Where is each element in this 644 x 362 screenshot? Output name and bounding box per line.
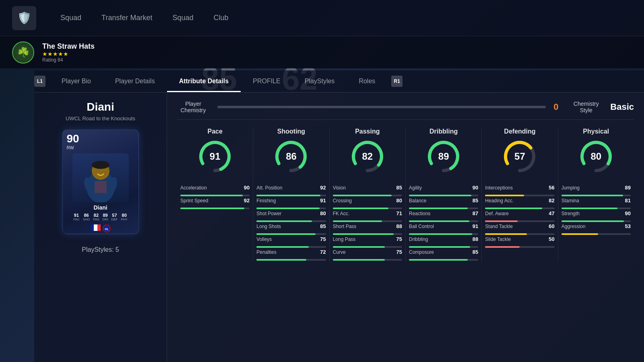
attr-att-position: Att. Position 92 — [256, 185, 326, 191]
card-stat-dri: 89 DRI — [103, 213, 108, 221]
svg-rect-6 — [91, 224, 94, 231]
player-name-title: Diani — [87, 101, 114, 113]
tab-profile[interactable]: PROFILE — [241, 70, 292, 92]
attr-crossing: Crossing 80 — [333, 197, 402, 204]
attr-balance: Balance 85 — [409, 197, 478, 204]
attr-acceleration-fill — [180, 195, 243, 196]
attr-curve: Curve 75 — [333, 249, 402, 255]
card-stat-sho: 86 SHO — [83, 213, 90, 221]
player-panel: Diani UWCL Road to the Knockouts 90 RW — [34, 93, 167, 362]
dribbling-header: Dribbling 89 — [409, 128, 478, 179]
passing-score: 82 — [362, 151, 373, 162]
team-rating: Rating 84 — [42, 57, 95, 63]
card-stat-def: 57 DEF — [111, 213, 118, 221]
r1-badge: R1 — [391, 76, 402, 87]
nav-transfer-market[interactable]: Transfer Market — [101, 14, 152, 22]
attr-reactions: Reactions 87 — [409, 210, 478, 216]
shooting-gauge: 86 — [273, 138, 309, 175]
physical-header: Physical 80 — [561, 128, 631, 179]
tab-bar: L1 Player Bio Player Details Attribute D… — [34, 70, 644, 93]
defending-header: Defending 57 — [485, 128, 554, 179]
attr-aggression: Aggression 53 — [561, 223, 631, 229]
attr-penalties: Penalties 72 — [256, 249, 326, 255]
playstyles-count: PlayStyles: 5 — [82, 246, 119, 253]
passing-gauge: 82 — [349, 138, 386, 175]
attributes-panel: Player Chemistry 0 Chemistry Style Basic… — [167, 93, 644, 362]
attr-vision: Vision 85 — [333, 185, 402, 191]
tab-player-details[interactable]: Player Details — [103, 70, 167, 92]
club-badge: 🛡️ — [12, 6, 36, 30]
attr-acceleration: Acceleration 90 — [180, 185, 250, 191]
player-chemistry-label: Player Chemistry — [177, 101, 209, 113]
attr-long-shots-bar — [256, 233, 326, 235]
france-flag — [91, 224, 101, 231]
team-stars: ★★★★★ — [42, 51, 95, 57]
shooting-score: 86 — [286, 151, 297, 162]
team-logo: ☘️ — [12, 41, 34, 64]
attr-stand-tackle: Stand Tackle 60 — [485, 223, 554, 229]
attr-volleys-bar — [256, 246, 326, 248]
category-defending: Defending 57 Interceptions 56 — [482, 128, 558, 262]
card-stat-phy: 80 PHY — [121, 213, 127, 221]
attr-acceleration-bar — [180, 195, 250, 196]
svg-point-2 — [92, 161, 109, 169]
l1-badge: L1 — [34, 76, 45, 87]
attr-shot-power: Shot Power 80 — [256, 210, 326, 216]
category-passing: Passing 82 Vision 85 — [330, 128, 406, 262]
player-subtitle: UWCL Road to the Knockouts — [66, 115, 135, 121]
ol-badge: OL — [103, 224, 111, 232]
attr-volleys: Volleys 75 — [256, 236, 326, 242]
team-name: The Straw Hats — [42, 42, 95, 51]
nav-items: Squad Transfer Market Squad Club — [60, 14, 229, 22]
attr-long-shots: Long Shots 85 — [256, 223, 326, 229]
svg-rect-3 — [95, 181, 107, 193]
chemistry-style-value: Basic — [610, 102, 634, 112]
attr-att-bar — [256, 195, 326, 196]
nav-squad[interactable]: Squad — [60, 14, 81, 22]
nav-squad2[interactable]: Squad — [172, 14, 193, 22]
tab-attribute-details[interactable]: Attribute Details — [167, 70, 241, 92]
physical-score: 80 — [590, 151, 601, 162]
physical-gauge: 80 — [578, 138, 614, 175]
nav-club[interactable]: Club — [214, 14, 229, 22]
card-player-name: Diani — [93, 204, 107, 211]
attr-interceptions: Interceptions 56 — [485, 185, 554, 191]
card-player-image — [72, 153, 129, 202]
dribbling-score: 89 — [438, 151, 449, 162]
pace-header: Pace 91 — [180, 128, 250, 179]
pace-score: 91 — [210, 151, 221, 162]
attr-def-aware: Def. Aware 47 — [485, 210, 554, 216]
attr-finishing: Finishing 91 — [256, 197, 326, 204]
pace-gauge: 91 — [197, 138, 233, 175]
dribbling-label: Dribbling — [429, 128, 458, 135]
svg-rect-8 — [97, 224, 101, 231]
defending-gauge: 57 — [502, 138, 538, 175]
chemistry-slider-container: 0 — [217, 102, 562, 112]
card-stats: 91 PAC 86 SHO 82 PAS 89 DRI 57 DEF — [63, 211, 138, 223]
attr-sprint-bar — [180, 208, 250, 209]
player-illustration — [74, 153, 127, 202]
card-stat-pas: 82 PAS — [93, 213, 99, 221]
attr-finishing-bar — [256, 208, 326, 209]
defending-label: Defending — [504, 128, 535, 135]
chemistry-bar: Player Chemistry 0 Chemistry Style Basic — [177, 101, 634, 120]
attr-ball-control: Ball Control 91 — [409, 223, 478, 229]
tab-playstyles[interactable]: PlayStyles — [293, 70, 347, 92]
attr-fk-acc: FK Acc. 71 — [333, 210, 402, 216]
attr-penalties-bar — [256, 259, 326, 261]
category-pace: Pace 91 Acceleration 90 — [177, 128, 253, 262]
card-rating: 90 — [67, 133, 79, 144]
tab-roles[interactable]: Roles — [347, 70, 387, 92]
chemistry-track[interactable] — [217, 106, 546, 108]
svg-text:OL: OL — [105, 228, 109, 230]
category-physical: Physical 80 Jumping 89 — [558, 128, 634, 262]
attr-strength: Strength 90 — [561, 210, 631, 216]
attr-stamina: Stamina 81 — [561, 197, 631, 204]
attr-sprint-fill — [180, 208, 244, 209]
squad-bar: ☘️ The Straw Hats ★★★★★ Rating 84 — [0, 36, 644, 68]
category-dribbling: Dribbling 89 Agility 90 — [406, 128, 482, 262]
svg-rect-7 — [94, 224, 97, 231]
player-card: 90 RW — [62, 130, 139, 234]
tab-player-bio[interactable]: Player Bio — [50, 70, 103, 92]
attr-dribbling-stat: Dribbling 88 — [409, 236, 478, 242]
